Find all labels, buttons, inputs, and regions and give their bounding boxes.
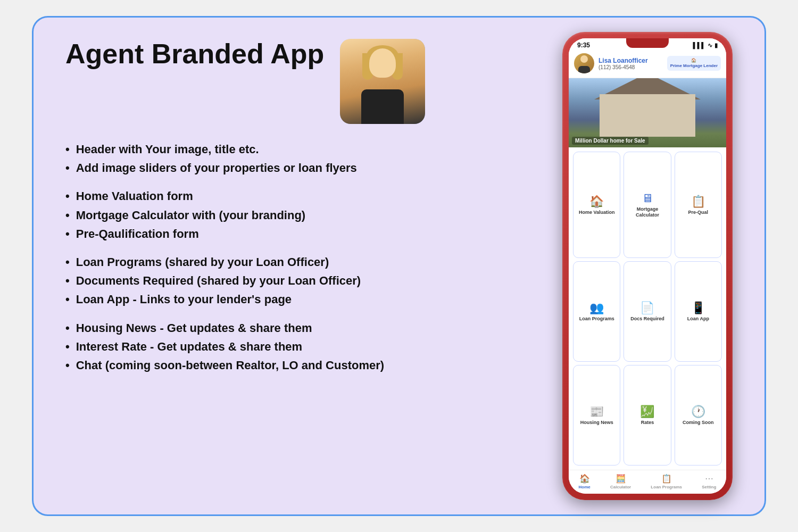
nav-calculator-label: Calculator [610, 485, 631, 489]
agent-name: Lisa Loanofficer [598, 57, 648, 64]
title-row: Agent Branded App [65, 39, 541, 124]
bullet-text: Chat (coming soon-between Realtor, LO an… [76, 356, 384, 375]
agent-photo [340, 39, 425, 124]
nav-setting-label: Setting [702, 485, 716, 489]
bullet-text: Mortgage Calculator with (your branding) [76, 206, 305, 225]
app-button-label: Mortgage Calculator [626, 206, 668, 218]
bullet-item: • Documents Required (shared by your Loa… [65, 271, 541, 290]
right-section: 9:35 ▌▌▌ ∿ ▮ Lisa Lo [552, 39, 743, 493]
app-button-pre-qual[interactable]: 📋 Pre-Qual [675, 152, 722, 258]
bullet-item: • Interest Rate - Get updates & share th… [65, 337, 541, 356]
agent-info: Lisa Loanofficer (112) 356-4548 [574, 53, 648, 73]
bullet-item: • Loan Programs (shared by your Loan Off… [65, 253, 541, 271]
loan-programs-icon: 👥 [589, 302, 604, 314]
app-button-loan-app[interactable]: 📱 Loan App [675, 261, 722, 362]
app-button-label: Rates [641, 420, 654, 426]
app-button-housing-news[interactable]: 📰 Housing News [573, 365, 620, 466]
bullet-text: Loan Programs (shared by your Loan Offic… [76, 253, 329, 271]
nav-item-calculator[interactable]: 🧮 Calculator [610, 473, 631, 489]
hero-caption: Million Dollar home for Sale [572, 137, 649, 145]
nav-setting-icon: ⋯ [705, 473, 713, 484]
mortgage-calculator-icon: 🖥 [642, 193, 653, 204]
house-body-shape [600, 94, 695, 137]
lender-name: Prime Mortgage Lender [670, 63, 718, 69]
lender-icon: 🏠 [670, 58, 718, 63]
phone-mockup: 9:35 ▌▌▌ ∿ ▮ Lisa Lo [562, 32, 733, 500]
app-header: Lisa Loanofficer (112) 356-4548 🏠 Prime … [569, 50, 726, 78]
bullet-text: Housing News - Get updates & share them [76, 319, 312, 337]
status-time: 9:35 [577, 41, 590, 49]
bullet-text: Interest Rate - Get updates & share them [76, 337, 302, 356]
status-icons: ▌▌▌ ∿ ▮ [693, 42, 718, 49]
bullet-group-4: • Housing News - Get updates & share the… [65, 319, 541, 375]
app-button-label: Pre-Qual [688, 210, 709, 215]
bullet-dot: • [65, 187, 70, 205]
housing-news-icon: 📰 [589, 406, 604, 418]
agent-phone-number: (112) 356-4548 [598, 64, 648, 70]
nav-home-icon: 🏠 [579, 473, 590, 484]
app-button-loan-programs[interactable]: 👥 Loan Programs [573, 261, 620, 362]
app-button-rates[interactable]: 💹 Rates [624, 365, 671, 466]
battery-icon: ▮ [714, 42, 718, 49]
app-button-label: Docs Required [630, 316, 664, 322]
left-section: Agent Branded App • Header with Your ima… [65, 39, 552, 493]
nav-home-label: Home [579, 485, 591, 489]
avatar [574, 53, 594, 73]
nav-item-setting[interactable]: ⋯ Setting [702, 473, 716, 489]
bullet-text: Header with Your image, title etc. [76, 140, 259, 159]
loan-app-icon: 📱 [691, 302, 705, 314]
app-grid: 🏠 Home Valuation 🖥 Mortgage Calculator 📋… [569, 147, 726, 470]
bullet-dot: • [65, 140, 70, 159]
bullet-dot: • [65, 159, 70, 177]
signal-icon: ▌▌▌ [693, 42, 705, 48]
features-list: • Header with Your image, title etc. • A… [65, 140, 541, 384]
bullet-dot: • [65, 225, 70, 243]
bullet-text: Pre-Qaulification form [76, 225, 199, 243]
agent-details: Lisa Loanofficer (112) 356-4548 [598, 57, 648, 70]
bullet-dot: • [65, 290, 70, 309]
app-button-home-valuation[interactable]: 🏠 Home Valuation [573, 152, 620, 258]
phone-notch [626, 38, 669, 48]
app-button-label: Housing News [580, 420, 613, 426]
bullet-group-2: • Home Valuation form • Mortgage Calcula… [65, 187, 541, 243]
bullet-item: • Chat (coming soon-between Realtor, LO … [65, 356, 541, 375]
app-button-docs-required[interactable]: 📄 Docs Required [624, 261, 671, 362]
nav-loan-programs-icon: 📋 [661, 473, 672, 484]
phone-screen: 9:35 ▌▌▌ ∿ ▮ Lisa Lo [569, 38, 726, 494]
app-button-coming-soon[interactable]: 🕐 Coming Soon [675, 365, 722, 466]
wifi-icon: ∿ [708, 42, 712, 49]
hero-image: Million Dollar home for Sale [569, 78, 726, 147]
home-valuation-icon: 🏠 [589, 196, 604, 207]
bullet-item: • Home Valuation form [65, 187, 541, 205]
app-button-label: Loan Programs [579, 316, 614, 322]
bullet-item: • Add image sliders of your properties o… [65, 159, 541, 177]
app-button-label: Coming Soon [683, 420, 714, 426]
nav-item-home[interactable]: 🏠 Home [579, 473, 591, 489]
page-title: Agent Branded App [65, 39, 324, 69]
pre-qual-icon: 📋 [691, 196, 705, 207]
bullet-group-1: • Header with Your image, title etc. • A… [65, 140, 541, 177]
bullet-text: Add image sliders of your properties or … [76, 159, 357, 177]
bullet-item: • Header with Your image, title etc. [65, 140, 541, 159]
coming-soon-icon: 🕐 [691, 406, 705, 418]
bullet-item: • Pre-Qaulification form [65, 225, 541, 243]
bullet-dot: • [65, 253, 70, 271]
rates-icon: 💹 [640, 406, 654, 418]
bottom-nav: 🏠 Home 🧮 Calculator 📋 Loan Programs ⋯ Se… [569, 470, 726, 494]
bullet-dot: • [65, 271, 70, 290]
bullet-text: Loan App - Links to your lender's page [76, 290, 292, 309]
app-button-label: Home Valuation [579, 210, 615, 215]
bullet-text: Documents Required (shared by your Loan … [76, 271, 361, 290]
bullet-group-3: • Loan Programs (shared by your Loan Off… [65, 253, 541, 309]
bullet-text: Home Valuation form [76, 187, 193, 205]
bullet-dot: • [65, 337, 70, 356]
nav-item-loan-programs[interactable]: 📋 Loan Programs [651, 473, 682, 489]
nav-calculator-icon: 🧮 [616, 473, 626, 484]
bullet-dot: • [65, 319, 70, 337]
bullet-dot: • [65, 206, 70, 225]
nav-loan-programs-label: Loan Programs [651, 485, 682, 489]
app-button-mortgage-calculator[interactable]: 🖥 Mortgage Calculator [624, 152, 671, 258]
bullet-item: • Mortgage Calculator with (your brandin… [65, 206, 541, 225]
app-button-label: Loan App [687, 316, 709, 322]
docs-required-icon: 📄 [640, 302, 654, 314]
